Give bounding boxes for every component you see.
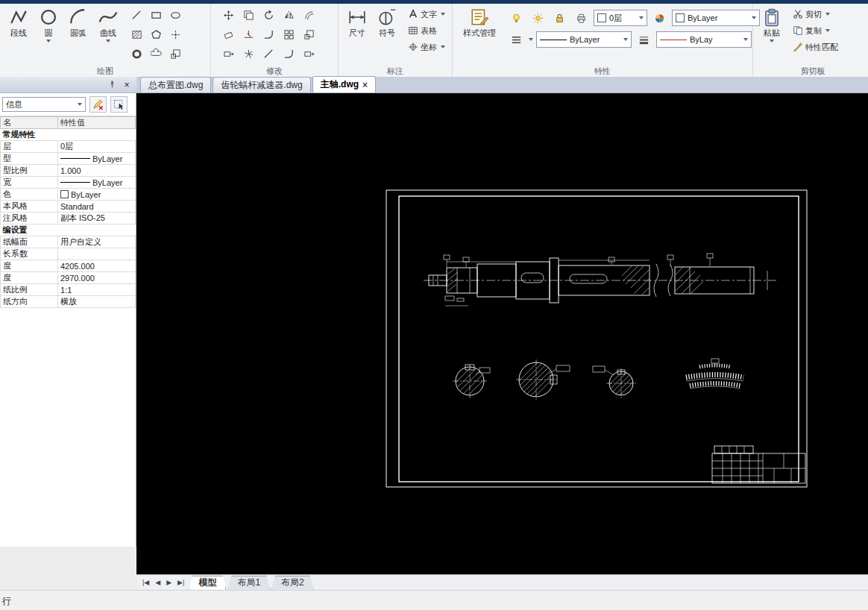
palette-close-button[interactable]: × [122, 80, 132, 90]
modify-explode-tool[interactable] [239, 45, 258, 63]
rectangle-tool[interactable] [147, 6, 166, 24]
drawing-canvas[interactable] [136, 93, 868, 574]
symbol-label: 符号 [379, 28, 395, 38]
property-section-row: 常规特性 [1, 129, 136, 141]
select-objects-button[interactable] [110, 96, 128, 113]
move-icon [223, 10, 234, 21]
property-value[interactable]: ByLayer [58, 189, 136, 201]
lineweight-button[interactable] [635, 31, 653, 48]
pencil-x-icon [92, 99, 104, 110]
donut-icon [131, 48, 142, 60]
property-value[interactable]: 2970.000 [58, 272, 136, 284]
quick-select-button[interactable] [89, 96, 107, 113]
layer-thaw-toggle[interactable] [529, 9, 547, 27]
layer-dropdown[interactable]: 0层 [594, 10, 647, 26]
property-value[interactable]: 用户自定义 [58, 236, 136, 248]
spline-tool[interactable]: 曲线 [93, 6, 123, 43]
cut-button[interactable]: 剪切 [790, 6, 841, 22]
palette-pin-button[interactable] [107, 80, 117, 90]
modify-array-tool[interactable] [280, 25, 298, 43]
property-value[interactable]: ByLayer [58, 177, 136, 189]
layer-controls-row: 0层 ByLayer [507, 9, 760, 27]
layer-on-toggle[interactable] [507, 9, 526, 27]
property-value[interactable]: 1.000 [58, 165, 136, 177]
coordinate-tool[interactable]: 坐标 [405, 39, 448, 55]
property-value[interactable]: 0层 [58, 141, 136, 153]
offset-icon [304, 10, 315, 21]
property-value[interactable]: Standard [58, 201, 136, 213]
doc-tab-general-layout[interactable]: 总布置图.dwg [140, 77, 211, 92]
donut-tool[interactable] [128, 45, 146, 63]
clipboard-stack: 剪切 复制 特性匹配 [790, 6, 841, 55]
modify-copy-tool[interactable] [239, 6, 258, 24]
prev-page-button[interactable]: ◀ [152, 576, 163, 589]
symbol-tool[interactable]: 符号 [372, 6, 402, 38]
modify-fillet-tool[interactable] [260, 25, 278, 43]
ellipse-tool[interactable] [166, 6, 185, 24]
modify-erase-tool[interactable] [219, 25, 238, 43]
modify-rotate-tool[interactable] [260, 6, 278, 24]
lineweight-value: ByLay [690, 35, 739, 44]
tab-layout1[interactable]: 布局1 [227, 576, 270, 590]
modify-move-tool[interactable] [219, 6, 238, 24]
list-menu-button[interactable] [507, 31, 526, 48]
paste-button[interactable]: 粘贴 [757, 6, 787, 43]
modify-join-tool[interactable] [280, 45, 298, 63]
style-manager-button[interactable]: 样式管理 [456, 6, 503, 38]
modify-scale-tool[interactable] [300, 25, 318, 43]
linetype-dropdown[interactable]: ByLayer [536, 31, 632, 48]
last-page-button[interactable]: ▶| [174, 576, 187, 589]
sun-icon [532, 13, 544, 24]
property-value[interactable] [58, 248, 136, 260]
modify-break-tool[interactable] [260, 45, 278, 63]
lineweight-preview-icon [60, 182, 90, 183]
line-tool[interactable] [128, 6, 146, 24]
table-row: 层 0层 [1, 141, 136, 153]
table-tool[interactable]: 表格 [405, 22, 448, 39]
properties-controls: 0层 ByLayer ByLayer [507, 6, 760, 48]
mirror-icon [283, 10, 295, 21]
property-value[interactable]: ByLayer [58, 153, 136, 165]
chevron-down-icon [46, 40, 51, 43]
chevron-down-icon [825, 29, 830, 32]
tab-model[interactable]: 模型 [189, 576, 226, 590]
spline-icon [98, 7, 118, 27]
polygon-tool[interactable] [147, 25, 166, 43]
doc-tab-main-shaft[interactable]: 主轴.dwg × [312, 76, 376, 92]
lineweight-dropdown[interactable]: ByLay [656, 31, 752, 48]
revcloud-tool[interactable] [147, 45, 166, 63]
modify-stretch-tool[interactable] [219, 45, 238, 63]
first-page-button[interactable]: |◀ [139, 576, 152, 589]
hatch-tool[interactable] [128, 25, 146, 43]
modify-offset-tool[interactable] [300, 6, 318, 24]
property-value[interactable]: 横放 [58, 296, 136, 308]
tab-layout2[interactable]: 布局2 [271, 576, 314, 590]
region-tool[interactable] [166, 45, 185, 63]
circle-tool[interactable]: 圆 [34, 6, 63, 43]
modify-mirror-tool[interactable] [280, 6, 298, 24]
next-page-button[interactable]: ▶ [163, 576, 174, 589]
property-value[interactable]: 副本 ISO-25 [58, 213, 136, 224]
close-icon[interactable]: × [362, 81, 368, 89]
property-value[interactable]: 1:1 [58, 284, 136, 296]
property-value[interactable]: 4205.000 [58, 260, 136, 272]
copy-button[interactable]: 复制 [790, 22, 841, 39]
selection-dropdown[interactable]: 信息 [2, 97, 86, 112]
point-icon [170, 29, 181, 40]
color-wheel-button[interactable] [650, 9, 669, 27]
modify-trim-tool[interactable] [239, 25, 258, 43]
arc-tool[interactable]: 圆弧 [63, 6, 93, 38]
color-dropdown[interactable]: ByLayer [672, 10, 760, 26]
doc-tab-gear-reducer[interactable]: 齿轮蜗杆减速器.dwg [213, 77, 310, 92]
layer-lock-toggle[interactable] [550, 9, 569, 27]
dimension-tool[interactable]: 尺寸 [342, 6, 372, 38]
polyline-tool[interactable]: 段线 [4, 6, 34, 38]
style-manager-icon [470, 7, 489, 27]
property-label: 型比例 [1, 165, 58, 177]
point-tool[interactable] [166, 25, 185, 43]
text-tool[interactable]: 文字 [405, 6, 448, 22]
match-properties-button[interactable]: 特性匹配 [790, 39, 841, 55]
lineweight-preview-icon [660, 40, 687, 40]
layer-plot-toggle[interactable] [572, 9, 591, 27]
modify-lengthen-tool[interactable] [300, 45, 318, 63]
